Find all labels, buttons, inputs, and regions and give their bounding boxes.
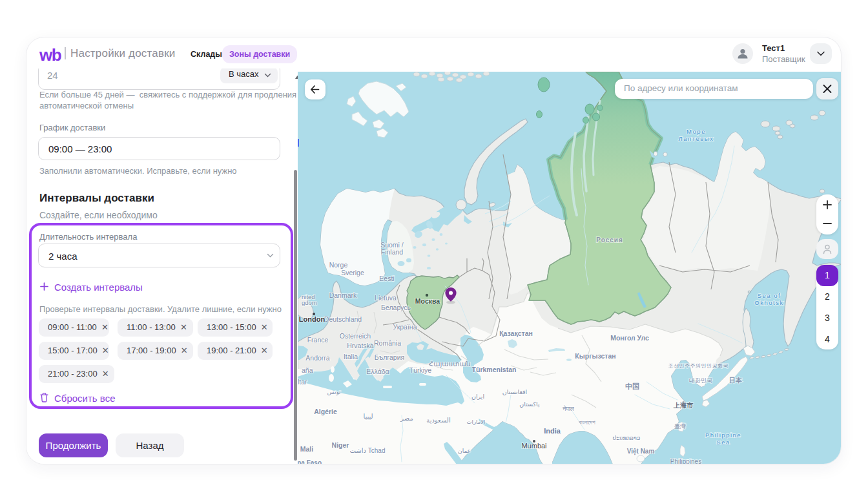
svg-text:Лаптевых: Лаптевых [679,135,714,142]
svg-text:داشت Tchad: داشت Tchad [350,447,386,454]
svg-text:Danmark: Danmark [329,291,357,299]
svg-text:Россия: Россия [596,236,623,244]
svg-text:ປະເທດລາວ: ປະເທດລາວ [612,435,640,441]
svg-text:Philippine: Philippine [705,432,741,439]
svg-text:Հայաստան: Հայաստան [429,360,471,368]
svg-text:Ελλάδα: Ελλάδα [366,368,389,375]
svg-text:Mali: Mali [300,445,314,453]
svg-text:대한민국: 대한민국 [689,377,712,384]
svg-text:Hrvatska: Hrvatska [347,342,374,349]
svg-text:Беларусь: Беларусь [381,304,411,311]
svg-text:gdom: gdom [302,299,317,306]
svg-text:Mumbai: Mumbai [521,442,546,450]
svg-text:বাংলাদেশ: বাংলাদেশ [578,419,595,426]
svg-text:日本: 日本 [729,377,742,384]
svg-text:Niger: Niger [332,441,349,449]
svg-text:Okhotsk: Okhotsk [754,299,783,306]
svg-text:ليبيا: ليبيا [363,413,373,420]
svg-text:aña: aña [302,366,313,374]
svg-text:Việt Nam: Việt Nam [627,448,655,455]
svg-text:上海市: 上海市 [673,402,694,409]
svg-text:Italia: Italia [344,353,358,360]
svg-text:Österreich: Österreich [340,332,371,340]
svg-text:Türkmenistan: Türkmenistan [472,366,517,373]
svg-text:الامارات: الامارات [467,419,486,425]
svg-text:India: India [544,427,561,435]
svg-text:پاکستان: پاکستان [519,401,540,408]
svg-text:Philippines: Philippines [670,458,701,464]
svg-text:Sverige: Sverige [341,269,364,276]
svg-text:السعودية: السعودية [426,417,450,424]
svg-text:Algérie: Algérie [314,408,337,415]
svg-text:Монгол Улс: Монгол Улс [610,334,649,342]
svg-text:Eesti: Eesti [379,275,394,282]
svg-text:Кыргызстан: Кыргызстан [575,352,615,360]
svg-text:中国: 中国 [625,382,639,390]
svg-text:مصر: مصر [400,415,413,422]
svg-text:Море: Море [687,128,706,135]
svg-text:افغانستان: افغانستان [502,388,528,395]
svg-text:ltar: ltar [298,378,307,386]
svg-text:London: London [299,315,326,323]
svg-text:Lietuva: Lietuva [375,294,397,302]
svg-text:Қазақстан: Қазақстан [499,329,533,337]
svg-text:rkina Faso: rkina Faso [298,459,322,464]
svg-text:Norge: Norge [329,261,348,269]
svg-text:ایران: ایران [471,393,484,400]
svg-text:Andorra: Andorra [305,354,330,362]
svg-text:Україна: Україна [393,323,417,331]
svg-text:تونس: تونس [327,389,341,395]
svg-text:조선민주주의인민공화국: 조선민주주의인민공화국 [668,362,728,369]
svg-text:România: România [374,339,401,347]
svg-text:France: France [307,336,329,344]
svg-text:عمان: عمان [458,448,471,454]
svg-text:臺灣: 臺灣 [674,423,686,430]
svg-text:Sea: Sea [716,439,730,446]
svg-text:नेपाल: नेपाल [562,405,574,412]
svg-text:Москва: Москва [415,297,440,305]
svg-text:България: България [375,353,404,361]
svg-text:Finland: Finland [381,248,404,256]
svg-text:Sea of: Sea of [758,292,781,299]
svg-text:Deutschland: Deutschland [324,315,362,323]
